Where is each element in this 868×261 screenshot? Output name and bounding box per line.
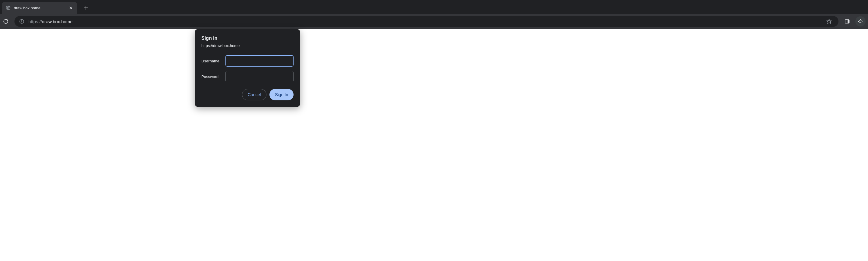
reload-button[interactable] xyxy=(1,16,11,27)
username-label: Username xyxy=(201,59,225,63)
close-tab-button[interactable] xyxy=(68,5,73,10)
new-tab-button[interactable] xyxy=(82,3,90,12)
dialog-title: Sign in xyxy=(201,36,293,41)
bookmark-star-icon[interactable] xyxy=(824,16,834,27)
toolbar-right xyxy=(842,16,866,27)
url-text: https://draw.box.home xyxy=(28,19,820,24)
side-panel-icon[interactable] xyxy=(842,16,852,27)
dialog-buttons: Cancel Sign In xyxy=(201,89,293,100)
browser-chrome: draw.box.home xyxy=(0,0,868,29)
extensions-button[interactable] xyxy=(855,16,866,27)
globe-icon xyxy=(5,5,11,10)
address-bar[interactable]: https://draw.box.home xyxy=(14,16,838,27)
dialog-origin: https://draw.box.home xyxy=(201,43,293,48)
svg-marker-4 xyxy=(827,19,832,24)
password-label: Password xyxy=(201,74,225,79)
auth-dialog: Sign in https://draw.box.home Username P… xyxy=(195,29,300,107)
svg-point-3 xyxy=(22,21,22,21)
url-host: draw.box.home xyxy=(42,19,73,24)
password-row: Password xyxy=(201,71,293,82)
site-info-icon[interactable] xyxy=(19,19,25,24)
page-content: Sign in https://draw.box.home Username P… xyxy=(0,29,868,261)
browser-tab[interactable]: draw.box.home xyxy=(2,2,77,14)
username-row: Username xyxy=(201,55,293,67)
toolbar: https://draw.box.home xyxy=(0,14,868,29)
tab-strip: draw.box.home xyxy=(0,0,868,14)
svg-rect-6 xyxy=(848,20,849,23)
username-input[interactable] xyxy=(225,55,293,67)
signin-button[interactable]: Sign In xyxy=(270,89,293,100)
cancel-button[interactable]: Cancel xyxy=(242,89,267,100)
tab-title: draw.box.home xyxy=(14,6,68,10)
password-input[interactable] xyxy=(225,71,293,82)
url-scheme: https:// xyxy=(28,19,42,24)
